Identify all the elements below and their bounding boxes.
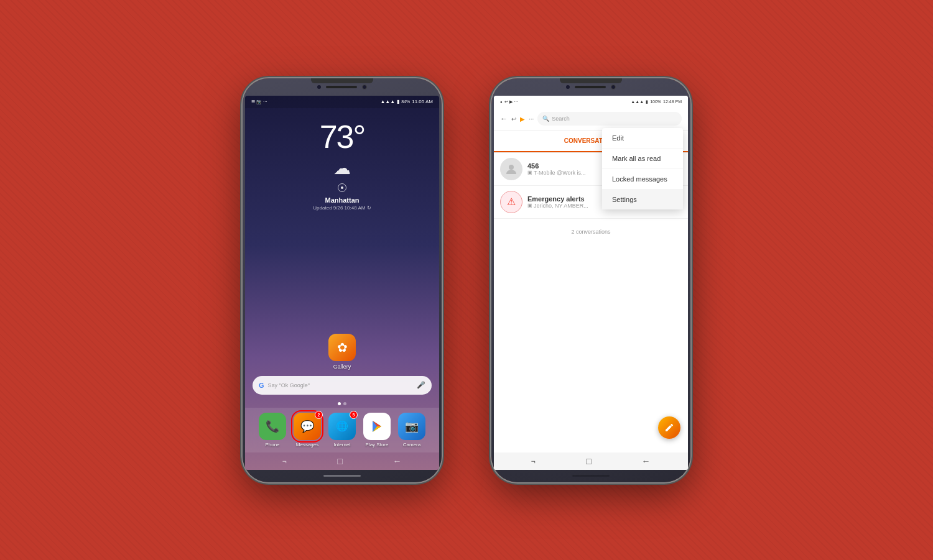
- dot-1: [338, 402, 341, 405]
- status-right-2: ▲▲▲ ▮ 100% 12:48 PM: [631, 99, 682, 104]
- gallery-label: Gallery: [333, 364, 351, 370]
- status-icons-left: ☰ 📷: [251, 99, 262, 104]
- search-field-text: Search: [552, 116, 570, 122]
- dock-internet[interactable]: 🌐 5 Internet: [328, 413, 356, 448]
- playstore-app-icon[interactable]: [363, 413, 391, 440]
- dock: 📞 Phone 💬 2 Messages 🌐 5: [245, 408, 439, 452]
- dropdown-edit[interactable]: Edit: [602, 128, 683, 149]
- messages-screen: ● ↩ ▶ ··· ▲▲▲ ▮ 100% 12:48 PM ← ↩ ▶ ···: [494, 96, 688, 470]
- weather-updated: Updated 9/26 10:48 AM ↻: [313, 205, 371, 211]
- location-pin-icon: [338, 183, 346, 192]
- status-right: ▲▲▲ ▮ 84% 11:05 AM: [380, 99, 433, 104]
- dropdown-locked[interactable]: Locked messages: [602, 169, 683, 190]
- dock-messages[interactable]: 💬 2 Messages: [294, 413, 321, 448]
- phone-2-top-bar: [491, 78, 690, 96]
- front-camera: [362, 85, 367, 90]
- dock-camera[interactable]: 📷 Camera: [398, 413, 425, 448]
- sim-icon: ▣: [527, 170, 532, 175]
- dock-phone[interactable]: 📞 Phone: [259, 413, 286, 448]
- compose-fab[interactable]: [658, 416, 680, 439]
- home-btn-2[interactable]: □: [586, 456, 591, 466]
- messages-toolbar: ← ↩ ▶ ··· 🔍 Search: [494, 108, 688, 131]
- search-placeholder: Say "Ok Google": [268, 382, 413, 388]
- status-bar-2: ● ↩ ▶ ··· ▲▲▲ ▮ 100% 12:48 PM: [494, 96, 688, 108]
- phone-2-bottom: [491, 470, 690, 482]
- phone-app-label: Phone: [265, 442, 279, 448]
- more-icon[interactable]: ···: [529, 116, 534, 122]
- battery-icon-2: ▮: [646, 99, 648, 104]
- messages-app-label: Messages: [296, 442, 318, 448]
- battery-icon: ▮: [397, 99, 399, 104]
- dock-playstore[interactable]: Play Store: [363, 413, 391, 448]
- return-icon[interactable]: ↩: [511, 116, 516, 122]
- page-dots: [245, 400, 439, 408]
- camera-app-icon[interactable]: 📷: [398, 413, 425, 440]
- sim-icon-2: ▣: [527, 203, 532, 208]
- search-field[interactable]: 🔍 Search: [537, 112, 682, 126]
- back-btn-2[interactable]: ←: [642, 456, 651, 466]
- status-bar-1: ☰ 📷 ··· ▲▲▲ ▮ 84% 11:05 AM: [245, 96, 439, 108]
- phone-1-screen: ☰ 📷 ··· ▲▲▲ ▮ 84% 11:05 AM 73° ☁ Manhatt…: [245, 96, 439, 470]
- phone-1: ☰ 📷 ··· ▲▲▲ ▮ 84% 11:05 AM 73° ☁ Manhatt…: [243, 78, 442, 482]
- home-indicator-2: [572, 475, 610, 477]
- status-dots-2: ···: [514, 99, 519, 104]
- phone-1-bottom: [243, 470, 442, 482]
- status-icon-2: ↩ ▶: [504, 99, 513, 104]
- weather-temp: 73°: [320, 121, 365, 153]
- phone-2: ● ↩ ▶ ··· ▲▲▲ ▮ 100% 12:48 PM ← ↩ ▶ ···: [491, 78, 690, 482]
- home-btn[interactable]: □: [337, 456, 342, 466]
- conv-avatar-456: [500, 158, 522, 180]
- status-left: ☰ 📷 ···: [251, 99, 267, 104]
- weather-icon: ☁: [333, 158, 351, 178]
- back-btn[interactable]: ←: [393, 456, 402, 466]
- messages-badge: 2: [315, 411, 323, 419]
- phone-app-icon[interactable]: 📞: [259, 413, 286, 440]
- battery-2: 100%: [650, 99, 661, 104]
- sensor: [317, 85, 321, 89]
- dot-2: [343, 402, 346, 405]
- play-icon[interactable]: ▶: [520, 116, 525, 122]
- wifi-icon: ▲▲▲: [380, 99, 395, 104]
- gallery-icon[interactable]: ✿: [328, 334, 356, 361]
- conv-avatar-emergency: ⚠: [500, 191, 522, 213]
- sensor-2: [566, 85, 570, 89]
- status-dot: ●: [500, 100, 503, 104]
- internet-app-icon[interactable]: 🌐 5: [328, 413, 356, 440]
- front-camera-2: [611, 85, 616, 90]
- dropdown-mark-read[interactable]: Mark all as read: [602, 149, 683, 169]
- internet-badge: 5: [350, 411, 358, 419]
- speaker-2: [575, 86, 606, 88]
- wifi-icon-2: ▲▲▲: [631, 99, 644, 104]
- compose-icon: [664, 422, 675, 433]
- time: 11:05 AM: [412, 99, 433, 104]
- internet-app-label: Internet: [333, 442, 350, 448]
- nav-bar-1: ⌐ □ ←: [245, 452, 439, 470]
- svg-point-0: [509, 165, 514, 170]
- phone-2-screen: ● ↩ ▶ ··· ▲▲▲ ▮ 100% 12:48 PM ← ↩ ▶ ···: [494, 96, 688, 470]
- home-screen: ☰ 📷 ··· ▲▲▲ ▮ 84% 11:05 AM 73° ☁ Manhatt…: [245, 96, 439, 470]
- back-arrow-icon[interactable]: ←: [500, 114, 508, 123]
- dropdown-settings[interactable]: Settings: [602, 190, 683, 209]
- recent-btn-2[interactable]: ⌐: [531, 457, 536, 466]
- nav-bar-2: ⌐ □ ←: [494, 452, 688, 470]
- conv-count: 2 conversations: [494, 219, 688, 245]
- gallery-app[interactable]: ✿ Gallery: [328, 334, 356, 370]
- playstore-logo: [370, 420, 384, 433]
- status-left-2: ● ↩ ▶ ···: [500, 99, 518, 104]
- speaker: [326, 86, 357, 88]
- messages-app-icon[interactable]: 💬 2: [294, 413, 321, 440]
- time-2: 12:48 PM: [663, 99, 682, 104]
- google-search-bar[interactable]: G Say "Ok Google" 🎤: [253, 376, 432, 395]
- google-logo: G: [259, 381, 264, 390]
- camera-app-label: Camera: [403, 442, 420, 448]
- dropdown-menu: Edit Mark all as read Locked messages Se…: [602, 128, 683, 209]
- status-dots: ···: [263, 99, 267, 104]
- phone-1-top-bar: [243, 78, 442, 96]
- search-field-icon: 🔍: [542, 116, 549, 122]
- recent-apps-btn[interactable]: ⌐: [282, 457, 287, 466]
- mic-icon[interactable]: 🎤: [417, 381, 425, 389]
- playstore-app-label: Play Store: [366, 442, 389, 448]
- home-indicator: [323, 475, 361, 477]
- weather-location: Manhattan: [325, 196, 360, 204]
- weather-widget: 73° ☁ Manhattan Updated 9/26 10:48 AM ↻: [245, 108, 439, 334]
